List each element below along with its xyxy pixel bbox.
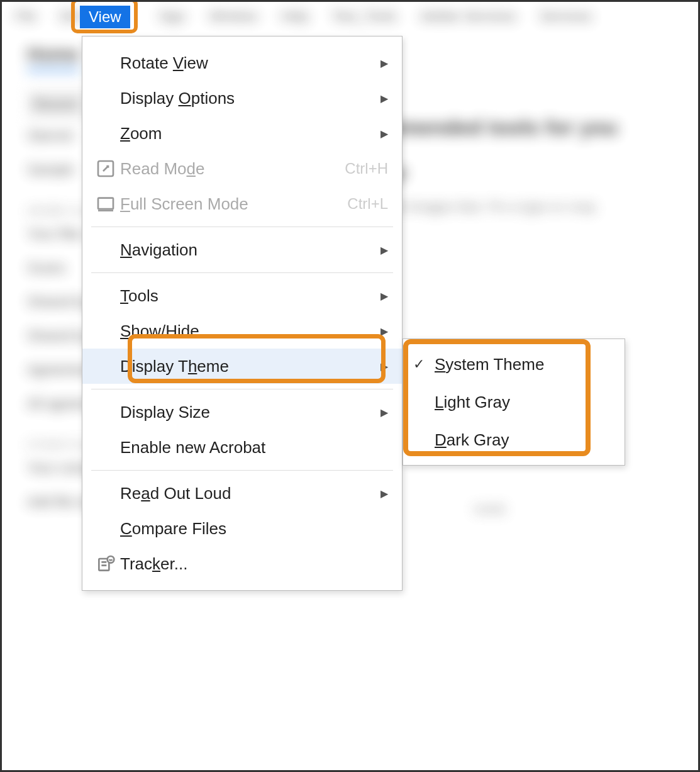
menu-tools-label: Tools (120, 286, 381, 306)
check-icon: ✓ (413, 356, 425, 372)
menu-tracker-label: Tracker... (120, 554, 388, 574)
menu-separator (91, 227, 393, 227)
submenu-arrow-icon: ▶ (381, 325, 388, 337)
menu-read-out-loud[interactable]: Read Out Loud ▶ (82, 476, 402, 511)
submenu-arrow-icon: ▶ (381, 406, 388, 418)
submenu-arrow-icon: ▶ (381, 57, 388, 69)
menu-display-options-label: Display Options (120, 89, 381, 108)
menu-read-mode-shortcut: Ctrl+H (345, 160, 388, 177)
tracker-icon (91, 554, 120, 574)
menu-navigation-label: Navigation (120, 240, 381, 260)
submenu-dark-gray-label: Dark Gray (435, 430, 611, 450)
menu-rotate-view-label: Rotate View (120, 53, 381, 73)
svg-rect-1 (98, 198, 113, 209)
menu-display-options[interactable]: Display Options ▶ (82, 81, 402, 116)
menu-tools[interactable]: Tools ▶ (82, 278, 402, 313)
menu-zoom-label: Zoom (120, 124, 381, 143)
menu-compare-files-label: Compare Files (120, 519, 388, 539)
menu-show-hide-label: Show/Hide (120, 322, 381, 341)
menu-compare-files[interactable]: Compare Files (82, 511, 402, 546)
full-screen-icon (91, 194, 120, 214)
menu-display-theme[interactable]: Display Theme ▶ (82, 349, 402, 384)
menu-display-theme-label: Display Theme (120, 357, 381, 376)
submenu-light-gray[interactable]: Light Gray (403, 383, 625, 421)
menu-read-mode-label: Read Mode (120, 159, 335, 179)
menu-full-screen: Full Screen Mode Ctrl+L (82, 186, 402, 221)
menu-read-out-loud-label: Read Out Loud (120, 484, 381, 503)
menu-display-size-label: Display Size (120, 403, 381, 422)
menu-separator (91, 272, 393, 273)
submenu-system-theme-label: System Theme (435, 355, 611, 374)
menu-enable-new-acrobat[interactable]: Enable new Acrobat (82, 430, 402, 465)
menu-full-screen-shortcut: Ctrl+L (347, 195, 388, 213)
menu-navigation[interactable]: Navigation ▶ (82, 232, 402, 267)
menu-rotate-view[interactable]: Rotate View ▶ (82, 45, 402, 81)
menu-display-size[interactable]: Display Size ▶ (82, 394, 402, 430)
highlight-view-annotation (71, 0, 138, 33)
submenu-light-gray-label: Light Gray (435, 393, 611, 412)
submenu-arrow-icon: ▶ (381, 128, 388, 140)
submenu-arrow-icon: ▶ (381, 488, 388, 500)
menu-full-screen-label: Full Screen Mode (120, 194, 337, 214)
submenu-arrow-icon: ▶ (381, 244, 388, 256)
submenu-arrow-icon: ▶ (381, 361, 388, 372)
menu-show-hide[interactable]: Show/Hide ▶ (82, 313, 402, 349)
submenu-system-theme[interactable]: ✓ System Theme (403, 345, 625, 383)
view-menu: Rotate View ▶ Display Options ▶ Zoom ▶ R… (82, 36, 403, 591)
submenu-arrow-icon: ▶ (381, 92, 388, 104)
menu-separator (91, 389, 393, 389)
menu-tracker[interactable]: Tracker... (82, 546, 402, 581)
menu-zoom[interactable]: Zoom ▶ (82, 116, 402, 151)
display-theme-submenu: ✓ System Theme Light Gray Dark Gray (403, 338, 625, 466)
read-mode-icon (91, 159, 120, 179)
menu-read-mode: Read Mode Ctrl+H (82, 151, 402, 186)
submenu-dark-gray[interactable]: Dark Gray (403, 421, 625, 459)
submenu-arrow-icon: ▶ (381, 290, 388, 302)
menu-separator (91, 470, 393, 471)
menu-enable-new-label: Enable new Acrobat (120, 438, 388, 457)
